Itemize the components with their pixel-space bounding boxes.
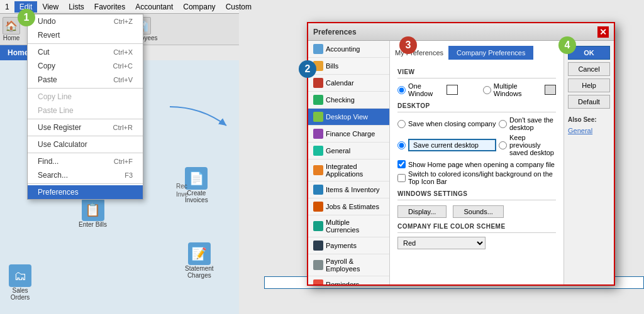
cat-multiple-currencies[interactable]: Multiple Currencies <box>308 215 389 237</box>
menu-use-register[interactable]: Use Register Ctrl+R <box>28 121 143 134</box>
sep3 <box>28 119 143 119</box>
show-home-page-checkbox-row: Show Home page when opening a company fi… <box>397 160 556 168</box>
menubar-lists[interactable]: Lists <box>64 1 89 13</box>
desktop-section-label: DESKTOP <box>397 102 556 109</box>
menu-search[interactable]: Search... F3 <box>28 168 143 182</box>
cat-payroll[interactable]: Payroll & Employees <box>308 254 389 276</box>
colored-icons-checkbox-row: Switch to colored icons/light background… <box>397 170 556 185</box>
multiple-currencies-icon <box>313 221 323 231</box>
preferences-title: Preferences <box>313 28 357 36</box>
payroll-icon <box>313 260 323 270</box>
default-button[interactable]: Default <box>568 95 610 109</box>
flow-enter-bills-2[interactable]: 📋 Enter Bills <box>79 198 107 228</box>
also-see-general-link[interactable]: General <box>568 127 610 134</box>
preferences-content: VIEW One Window Multiple Windows DE <box>390 60 564 284</box>
flow-statement-charges[interactable]: 📝 Statement Charges <box>185 242 214 279</box>
category-list: Accounting Bills Calendar Checking Deskt… <box>308 41 390 284</box>
save-current-desktop-radio[interactable]: Save current desktop <box>397 134 496 156</box>
menubar: 1 Edit View Lists Favorites Accountant C… <box>0 0 239 14</box>
windows-settings-label: WINDOWS SETTINGS <box>397 190 556 197</box>
menu-use-calculator[interactable]: Use Calculator <box>28 138 143 151</box>
cat-reminders[interactable]: Reminders <box>308 276 389 284</box>
reminders-icon <box>313 279 323 284</box>
general-icon <box>313 146 323 156</box>
menubar-num: 1 <box>0 1 14 13</box>
menu-paste[interactable]: Paste Ctrl+V <box>28 73 143 87</box>
items-inventory-icon <box>313 185 323 195</box>
sounds-button[interactable]: Sounds... <box>453 205 503 218</box>
sep2 <box>28 88 143 89</box>
menubar-custom[interactable]: Custom <box>221 1 257 13</box>
menu-find[interactable]: Find... Ctrl+F <box>28 154 143 168</box>
cancel-button[interactable]: Cancel <box>568 62 610 76</box>
menu-cut[interactable]: Cut Ctrl+X <box>28 45 143 59</box>
cat-calendar[interactable]: Calendar <box>308 75 389 92</box>
step-badge-4: 4 <box>558 36 576 54</box>
finance-charge-icon <box>313 129 323 139</box>
cat-payments[interactable]: Payments <box>308 237 389 254</box>
one-window-icon <box>447 85 458 95</box>
payments-icon <box>313 241 323 251</box>
jobs-estimates-icon <box>313 202 323 212</box>
cat-desktop-view[interactable]: Desktop View <box>308 109 389 126</box>
color-scheme-select[interactable]: Red Blue Green Gray <box>397 237 486 249</box>
preferences-actions: OK Cancel Help Default Also See: General <box>564 41 614 284</box>
color-scheme-label: COMPANY FILE COLOR SCHEME <box>397 223 556 230</box>
cat-accounting[interactable]: Accounting <box>308 41 389 58</box>
color-scheme-divider <box>397 232 556 233</box>
help-button[interactable]: Help <box>568 78 610 92</box>
cat-finance-charge[interactable]: Finance Charge <box>308 126 389 143</box>
preferences-dialog: Preferences ✕ Accounting Bills Calendar … <box>307 22 615 286</box>
sep1 <box>28 43 143 44</box>
dont-save-radio[interactable]: Don't save the desktop <box>499 116 556 131</box>
save-when-closing-radio[interactable]: Save when closing company <box>397 116 496 131</box>
display-button[interactable]: Display... <box>397 205 447 218</box>
checking-icon <box>313 95 323 105</box>
step-badge-1: 1 <box>18 9 35 26</box>
preferences-close-button[interactable]: ✕ <box>597 26 609 38</box>
cat-jobs-estimates[interactable]: Jobs & Estimates <box>308 198 389 215</box>
menubar-company[interactable]: Company <box>178 1 220 13</box>
enter-bills-icon-2: 📋 <box>82 198 104 221</box>
preferences-body: Accounting Bills Calendar Checking Deskt… <box>308 41 614 284</box>
menu-copy[interactable]: Copy Ctrl+C <box>28 59 143 73</box>
calendar-icon <box>313 78 323 88</box>
cat-bills[interactable]: Bills <box>308 58 389 75</box>
step-badge-3: 3 <box>399 36 417 54</box>
company-preferences-tab[interactable]: Company Preferences <box>448 46 533 60</box>
rec-label: Rec <box>176 183 187 190</box>
preferences-right: My Preferences Company Preferences VIEW … <box>390 41 564 284</box>
cat-checking[interactable]: Checking <box>308 92 389 109</box>
desktop-options-grid: Save when closing company Don't save the… <box>397 116 556 156</box>
statement-charges-icon: 📝 <box>188 242 211 265</box>
view-radio-group: One Window Multiple Windows <box>397 82 556 97</box>
show-home-page-checkbox[interactable] <box>397 160 406 168</box>
desktop-view-icon <box>313 112 323 122</box>
multiple-windows-icon <box>545 85 556 95</box>
topbar-home[interactable]: 🏠 Home <box>3 17 20 41</box>
multiple-windows-radio[interactable]: Multiple Windows <box>483 82 556 97</box>
view-section-label: VIEW <box>397 68 556 75</box>
save-current-desktop-input[interactable]: Save current desktop <box>408 139 496 151</box>
sep6 <box>28 183 143 184</box>
flow-sales-orders[interactable]: 🗂 Sales Orders <box>9 264 31 301</box>
flow-create-invoices[interactable]: 📄 Create Invoices <box>185 167 208 203</box>
sep5 <box>28 153 143 153</box>
menubar-accountant[interactable]: Accountant <box>130 1 178 13</box>
keep-previously-saved-radio[interactable]: Keep previously saved desktop <box>499 134 556 156</box>
menu-revert[interactable]: Revert <box>28 28 143 42</box>
menubar-favorites[interactable]: Favorites <box>89 1 130 13</box>
cat-general[interactable]: General <box>308 143 389 160</box>
view-divider <box>397 78 556 78</box>
accounting-icon <box>313 44 323 54</box>
one-window-radio[interactable]: One Window <box>397 82 458 97</box>
menu-undo[interactable]: Undo Ctrl+Z <box>28 14 143 28</box>
menubar-view[interactable]: View <box>37 1 64 13</box>
menu-preferences[interactable]: Preferences <box>28 185 143 199</box>
desktop-divider <box>397 112 556 112</box>
colored-icons-checkbox[interactable] <box>397 174 406 182</box>
integrated-apps-icon <box>313 165 323 175</box>
also-see-label: Also See: <box>568 116 610 123</box>
cat-integrated-apps[interactable]: Integrated Applications <box>308 160 389 181</box>
cat-items-inventory[interactable]: Items & Inventory <box>308 181 389 198</box>
